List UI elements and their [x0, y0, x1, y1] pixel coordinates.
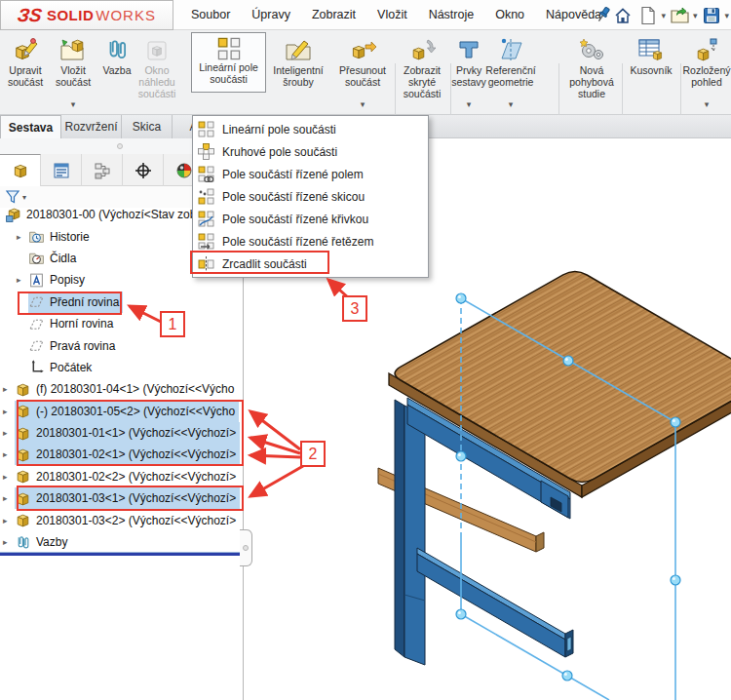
panel-flyout-handle[interactable] [240, 529, 252, 566]
menu-item-circular-pattern[interactable]: Kruhové pole součásti [193, 140, 428, 163]
tree-item-part-05-2[interactable]: (-) 20180301-05<2> (Výchozí<<Výcho [0, 401, 243, 422]
menu-upravy[interactable]: Úpravy [251, 8, 290, 21]
menu-nastroje[interactable]: Nástroje [429, 8, 475, 21]
tree-item-horni-rovina[interactable]: Horní rovina [0, 313, 243, 334]
tree-item-part-04-1[interactable]: (f) 20180301-04<1> (Výchozí<<Výcho [0, 378, 243, 400]
insert-component-button[interactable]: Vložit součást ▾ [51, 33, 96, 111]
expand-arrow-icon[interactable] [3, 449, 15, 459]
curve-driven-pattern-icon [198, 211, 214, 227]
tab-dimxpertmanager[interactable] [123, 154, 164, 186]
seat-support-bar[interactable] [417, 548, 573, 657]
expand-arrow-icon[interactable] [3, 407, 15, 416]
part-icon [15, 381, 31, 398]
tab-skica[interactable]: Skica [122, 115, 173, 138]
menu-item-linear-pattern[interactable]: Lineární pole součásti [193, 118, 428, 140]
linear-component-pattern-button[interactable]: Lineární pole součásti [191, 32, 266, 93]
component-preview-window-button: Okno náhledu součásti [138, 33, 175, 111]
expand-arrow-icon[interactable] [3, 428, 15, 438]
open-document-dropdown-icon[interactable]: ▾ [693, 11, 698, 20]
tab-sestava[interactable]: Sestava [0, 115, 61, 138]
tree-item-part-03-2[interactable]: 20180301-03<2> (Výchozí<<Výchozí> [0, 509, 243, 530]
expand-arrow-icon[interactable] [3, 537, 15, 547]
assembly-features-button[interactable]: Prvky sestavy ▾ [451, 33, 486, 111]
assembly-features-dropdown-icon[interactable]: ▾ [467, 98, 472, 110]
new-document-dropdown-icon[interactable]: ▾ [661, 11, 666, 20]
tab-configurationmanager[interactable] [82, 154, 123, 186]
circular-pattern-icon [198, 143, 214, 160]
displaymanager-icon [175, 162, 193, 179]
menu-item-mirror-components[interactable]: Zrcadlit součásti [193, 253, 428, 275]
annotation-label-1: 1 [160, 311, 185, 337]
desk-left-leg[interactable] [395, 400, 425, 665]
pin-icon[interactable] [593, 4, 614, 25]
new-motion-study-button[interactable]: Nová pohybová studie [561, 33, 622, 111]
part-icon [15, 490, 31, 507]
reference-geometry-dropdown-icon[interactable]: ▾ [509, 98, 514, 110]
panel-splitter[interactable] [0, 552, 243, 556]
open-document-icon[interactable] [670, 5, 691, 26]
expand-arrow-icon[interactable] [3, 472, 15, 482]
linear-component-pattern-icon [217, 33, 241, 60]
sensors-icon [28, 250, 45, 266]
plane-icon [28, 316, 45, 332]
tree-item-part-02-1[interactable]: 20180301-02<1> (Výchozí<<Výchozí> [0, 444, 243, 465]
exploded-view-dropdown-icon[interactable]: ▾ [705, 98, 710, 110]
tree-item-part-02-2[interactable]: 20180301-02<2> (Výchozí<<Výchozí> [0, 466, 243, 487]
menu-item-sketch-driven[interactable]: Pole součástí řízené skicou [193, 185, 428, 208]
save-dropdown-icon[interactable]: ▾ [724, 11, 729, 20]
menu-item-pattern-driven[interactable]: Pole součástí řízené polem [193, 163, 428, 185]
assembly-icon [5, 207, 21, 223]
menu-okno[interactable]: Okno [495, 8, 524, 21]
move-component-button[interactable]: Přesunout součást ▾ [335, 33, 390, 111]
tree-item-part-03-1[interactable]: 20180301-03<1> (Výchozí<<Výchozí> [0, 487, 243, 509]
move-component-dropdown-icon[interactable]: ▾ [361, 98, 366, 110]
home-icon[interactable] [612, 5, 634, 26]
reference-geometry-icon [498, 33, 523, 62]
new-document-icon[interactable] [637, 5, 659, 26]
tree-item-predni-rovina[interactable]: Přední rovina [0, 292, 243, 313]
expand-arrow-icon[interactable] [17, 275, 28, 285]
annotation-label-2: 2 [300, 441, 326, 467]
tree-item-pocatek[interactable]: Počátek [0, 357, 243, 378]
exploded-view-icon [694, 33, 719, 62]
bill-of-materials-button[interactable]: Kusovník [624, 33, 678, 111]
show-hidden-components-button[interactable]: Zobrazit skryté součásti [394, 33, 450, 111]
expand-arrow-icon[interactable] [3, 384, 15, 394]
expand-arrow-icon[interactable] [3, 493, 15, 503]
menu-item-curve-driven[interactable]: Pole součástí řízené křivkou [193, 208, 428, 230]
origin-icon [28, 359, 45, 375]
plane-icon [28, 293, 45, 310]
tree-item-vazby[interactable]: Vazby [0, 531, 243, 553]
linear-pattern-icon [198, 121, 214, 137]
expand-arrow-icon[interactable] [17, 232, 28, 242]
tab-propertymanager[interactable] [41, 154, 82, 186]
menu-zobrazit[interactable]: Zobrazit [312, 8, 356, 21]
expand-arrow-icon[interactable] [3, 516, 15, 525]
desk-top[interactable] [389, 271, 731, 497]
smart-fasteners-button[interactable]: Inteligentní šrouby [269, 33, 327, 111]
insert-component-dropdown-icon[interactable]: ▾ [71, 98, 76, 110]
edit-component-button[interactable]: Upravit součást [2, 33, 49, 111]
part-icon [15, 425, 31, 442]
tree-item-part-01-1[interactable]: 20180301-01<1> (Výchozí<<Výchozí> [0, 422, 243, 444]
exploded-view-button[interactable]: Rozložený pohled ▾ [682, 33, 731, 111]
menu-item-chain-pattern[interactable]: Pole součástí řízené řetězem [193, 230, 428, 253]
menu-items: Soubor Úpravy Zobrazit Vložit Nástroje O… [191, 0, 601, 29]
filter-dropdown-icon[interactable]: ▾ [22, 193, 26, 202]
mirror-components-icon [198, 255, 214, 272]
part-icon [15, 447, 31, 463]
mate-icon [104, 33, 130, 62]
tab-featuremanager[interactable] [0, 154, 41, 186]
featuremanager-icon [12, 162, 29, 179]
tree-item-prava-rovina[interactable]: Pravá rovina [0, 334, 243, 356]
menu-vlozit[interactable]: Vložit [377, 8, 407, 21]
menu-soubor[interactable]: Soubor [191, 8, 230, 21]
menubar: ЗS SOLID WORKS Soubor Úpravy Zobrazit Vl… [0, 0, 731, 30]
dassault-mark-icon: ЗS [17, 5, 44, 26]
reference-geometry-button[interactable]: Referenční geometrie ▾ [487, 33, 534, 111]
save-icon[interactable] [701, 5, 722, 26]
mate-button[interactable]: Vazba [96, 33, 138, 111]
history-icon [28, 228, 45, 245]
chain-pattern-icon [198, 233, 214, 250]
tab-rozvrzeni[interactable]: Rozvržení [61, 115, 122, 138]
